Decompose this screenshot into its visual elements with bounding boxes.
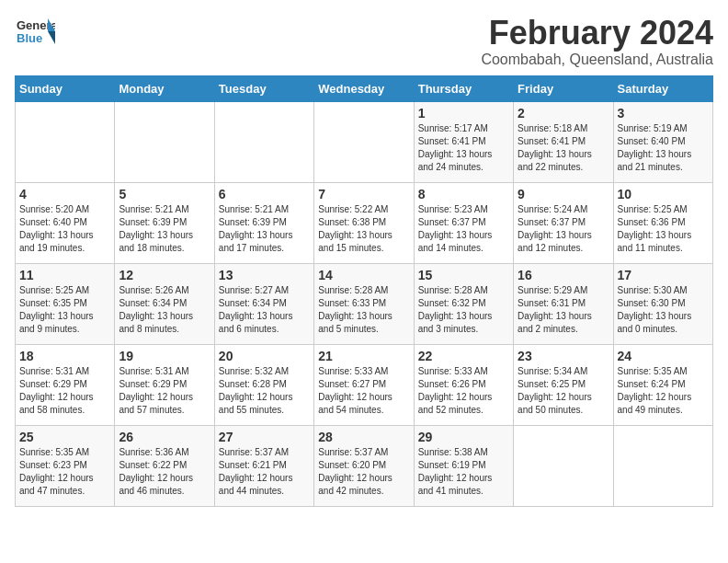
calendar-cell: 15Sunrise: 5:28 AM Sunset: 6:32 PM Dayli… <box>414 263 513 344</box>
day-header-friday: Friday <box>514 75 613 101</box>
week-row-5: 25Sunrise: 5:35 AM Sunset: 6:23 PM Dayli… <box>16 425 713 506</box>
calendar-cell: 21Sunrise: 5:33 AM Sunset: 6:27 PM Dayli… <box>314 344 414 425</box>
calendar-cell: 22Sunrise: 5:33 AM Sunset: 6:26 PM Dayli… <box>414 344 513 425</box>
calendar-cell: 18Sunrise: 5:31 AM Sunset: 6:29 PM Dayli… <box>16 344 115 425</box>
calendar-table: SundayMondayTuesdayWednesdayThursdayFrid… <box>15 75 713 507</box>
day-header-wednesday: Wednesday <box>314 75 414 101</box>
calendar-cell: 4Sunrise: 5:20 AM Sunset: 6:40 PM Daylig… <box>16 182 115 263</box>
calendar-cell: 28Sunrise: 5:37 AM Sunset: 6:20 PM Dayli… <box>314 425 414 506</box>
calendar-cell: 5Sunrise: 5:21 AM Sunset: 6:39 PM Daylig… <box>115 182 214 263</box>
day-header-monday: Monday <box>115 75 214 101</box>
calendar-cell: 23Sunrise: 5:34 AM Sunset: 6:25 PM Dayli… <box>514 344 613 425</box>
day-info: Sunrise: 5:21 AM Sunset: 6:39 PM Dayligh… <box>119 203 210 255</box>
day-header-saturday: Saturday <box>613 75 712 101</box>
day-number: 13 <box>219 268 310 282</box>
day-number: 2 <box>518 106 609 121</box>
week-row-4: 18Sunrise: 5:31 AM Sunset: 6:29 PM Dayli… <box>16 344 713 425</box>
day-info: Sunrise: 5:36 AM Sunset: 6:22 PM Dayligh… <box>119 446 210 498</box>
day-info: Sunrise: 5:37 AM Sunset: 6:20 PM Dayligh… <box>318 446 409 498</box>
day-info: Sunrise: 5:20 AM Sunset: 6:40 PM Dayligh… <box>19 203 110 255</box>
day-number: 11 <box>19 268 110 282</box>
day-number: 4 <box>19 187 110 201</box>
calendar-cell <box>514 425 613 506</box>
calendar-cell: 13Sunrise: 5:27 AM Sunset: 6:34 PM Dayli… <box>214 263 313 344</box>
calendar-cell: 10Sunrise: 5:25 AM Sunset: 6:36 PM Dayli… <box>613 182 712 263</box>
day-info: Sunrise: 5:33 AM Sunset: 6:26 PM Dayligh… <box>418 365 509 417</box>
day-number: 29 <box>418 430 509 444</box>
day-info: Sunrise: 5:30 AM Sunset: 6:30 PM Dayligh… <box>618 284 709 336</box>
calendar-cell: 14Sunrise: 5:28 AM Sunset: 6:33 PM Dayli… <box>314 263 414 344</box>
calendar-cell: 24Sunrise: 5:35 AM Sunset: 6:24 PM Dayli… <box>613 344 712 425</box>
day-number: 1 <box>418 106 509 121</box>
location: Coombabah, Queensland, Australia <box>481 52 713 68</box>
day-number: 8 <box>418 187 509 201</box>
calendar-cell: 19Sunrise: 5:31 AM Sunset: 6:29 PM Dayli… <box>115 344 214 425</box>
week-row-1: 1Sunrise: 5:17 AM Sunset: 6:41 PM Daylig… <box>16 101 713 182</box>
day-info: Sunrise: 5:25 AM Sunset: 6:36 PM Dayligh… <box>618 203 709 255</box>
calendar-cell <box>115 101 214 182</box>
calendar-cell: 12Sunrise: 5:26 AM Sunset: 6:34 PM Dayli… <box>115 263 214 344</box>
day-info: Sunrise: 5:19 AM Sunset: 6:40 PM Dayligh… <box>618 122 709 174</box>
calendar-cell: 27Sunrise: 5:37 AM Sunset: 6:21 PM Dayli… <box>214 425 313 506</box>
day-number: 5 <box>119 187 210 201</box>
header: General Blue February 2024 Coombabah, Qu… <box>15 15 713 68</box>
day-info: Sunrise: 5:37 AM Sunset: 6:21 PM Dayligh… <box>219 446 310 498</box>
day-number: 28 <box>318 430 409 444</box>
day-info: Sunrise: 5:23 AM Sunset: 6:37 PM Dayligh… <box>418 203 509 255</box>
calendar-cell: 6Sunrise: 5:21 AM Sunset: 6:39 PM Daylig… <box>214 182 313 263</box>
day-number: 16 <box>518 268 609 282</box>
day-number: 6 <box>219 187 310 201</box>
calendar-cell: 26Sunrise: 5:36 AM Sunset: 6:22 PM Dayli… <box>115 425 214 506</box>
day-number: 15 <box>418 268 509 282</box>
day-info: Sunrise: 5:21 AM Sunset: 6:39 PM Dayligh… <box>219 203 310 255</box>
day-header-tuesday: Tuesday <box>214 75 313 101</box>
day-number: 17 <box>618 268 709 282</box>
day-number: 27 <box>219 430 310 444</box>
day-info: Sunrise: 5:34 AM Sunset: 6:25 PM Dayligh… <box>518 365 609 417</box>
month-title: February 2024 <box>481 15 713 52</box>
svg-marker-3 <box>48 31 55 44</box>
day-header-thursday: Thursday <box>414 75 513 101</box>
day-number: 12 <box>119 268 210 282</box>
logo-icon: General Blue <box>15 15 55 48</box>
calendar-header-row: SundayMondayTuesdayWednesdayThursdayFrid… <box>16 75 713 101</box>
day-info: Sunrise: 5:31 AM Sunset: 6:29 PM Dayligh… <box>119 365 210 417</box>
svg-text:Blue: Blue <box>17 31 42 45</box>
calendar-cell: 7Sunrise: 5:22 AM Sunset: 6:38 PM Daylig… <box>314 182 414 263</box>
day-info: Sunrise: 5:38 AM Sunset: 6:19 PM Dayligh… <box>418 446 509 498</box>
day-info: Sunrise: 5:24 AM Sunset: 6:37 PM Dayligh… <box>518 203 609 255</box>
calendar-cell <box>613 425 712 506</box>
calendar-cell: 11Sunrise: 5:25 AM Sunset: 6:35 PM Dayli… <box>16 263 115 344</box>
day-info: Sunrise: 5:25 AM Sunset: 6:35 PM Dayligh… <box>19 284 110 336</box>
calendar-cell <box>314 101 414 182</box>
calendar-body: 1Sunrise: 5:17 AM Sunset: 6:41 PM Daylig… <box>16 101 713 506</box>
day-number: 23 <box>518 349 609 363</box>
week-row-3: 11Sunrise: 5:25 AM Sunset: 6:35 PM Dayli… <box>16 263 713 344</box>
day-header-sunday: Sunday <box>16 75 115 101</box>
day-info: Sunrise: 5:29 AM Sunset: 6:31 PM Dayligh… <box>518 284 609 336</box>
day-info: Sunrise: 5:27 AM Sunset: 6:34 PM Dayligh… <box>219 284 310 336</box>
calendar-cell: 2Sunrise: 5:18 AM Sunset: 6:41 PM Daylig… <box>514 101 613 182</box>
calendar-cell: 16Sunrise: 5:29 AM Sunset: 6:31 PM Dayli… <box>514 263 613 344</box>
calendar-cell: 25Sunrise: 5:35 AM Sunset: 6:23 PM Dayli… <box>16 425 115 506</box>
day-info: Sunrise: 5:31 AM Sunset: 6:29 PM Dayligh… <box>19 365 110 417</box>
day-number: 7 <box>318 187 409 201</box>
title-area: February 2024 Coombabah, Queensland, Aus… <box>481 15 713 68</box>
day-info: Sunrise: 5:35 AM Sunset: 6:23 PM Dayligh… <box>19 446 110 498</box>
calendar-cell: 1Sunrise: 5:17 AM Sunset: 6:41 PM Daylig… <box>414 101 513 182</box>
logo: General Blue <box>15 15 59 48</box>
calendar-cell: 20Sunrise: 5:32 AM Sunset: 6:28 PM Dayli… <box>214 344 313 425</box>
day-number: 9 <box>518 187 609 201</box>
day-info: Sunrise: 5:32 AM Sunset: 6:28 PM Dayligh… <box>219 365 310 417</box>
day-info: Sunrise: 5:17 AM Sunset: 6:41 PM Dayligh… <box>418 122 509 174</box>
day-number: 20 <box>219 349 310 363</box>
day-info: Sunrise: 5:28 AM Sunset: 6:32 PM Dayligh… <box>418 284 509 336</box>
day-info: Sunrise: 5:35 AM Sunset: 6:24 PM Dayligh… <box>618 365 709 417</box>
day-number: 24 <box>618 349 709 363</box>
day-number: 26 <box>119 430 210 444</box>
week-row-2: 4Sunrise: 5:20 AM Sunset: 6:40 PM Daylig… <box>16 182 713 263</box>
day-info: Sunrise: 5:28 AM Sunset: 6:33 PM Dayligh… <box>318 284 409 336</box>
day-info: Sunrise: 5:33 AM Sunset: 6:27 PM Dayligh… <box>318 365 409 417</box>
day-number: 19 <box>119 349 210 363</box>
day-number: 18 <box>19 349 110 363</box>
